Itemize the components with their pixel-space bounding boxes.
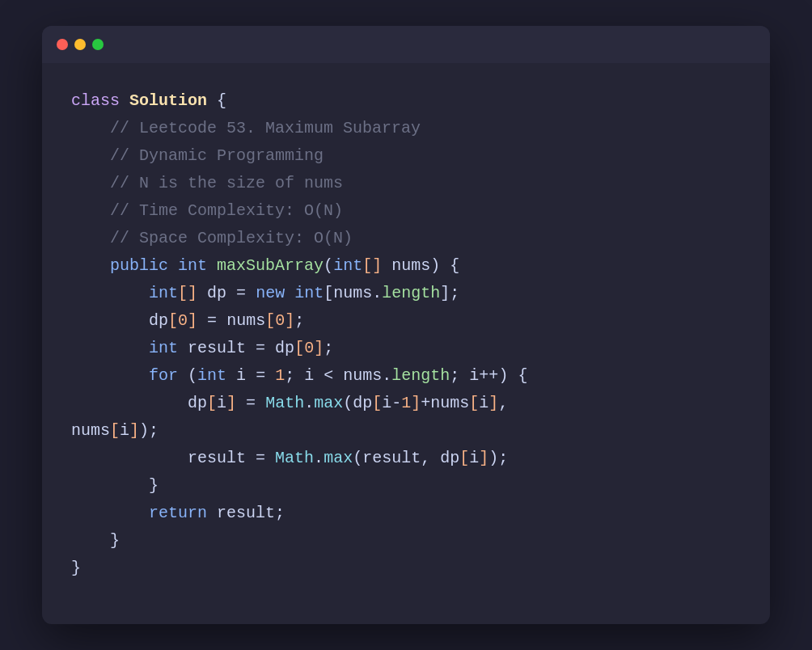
minimize-button[interactable] bbox=[74, 39, 86, 50]
close-button[interactable] bbox=[57, 39, 68, 50]
code-block: class Solution { // Leetcode 53. Maximum… bbox=[42, 63, 770, 614]
maximize-button[interactable] bbox=[92, 39, 104, 50]
titlebar bbox=[42, 26, 770, 63]
code-window: class Solution { // Leetcode 53. Maximum… bbox=[42, 26, 770, 624]
